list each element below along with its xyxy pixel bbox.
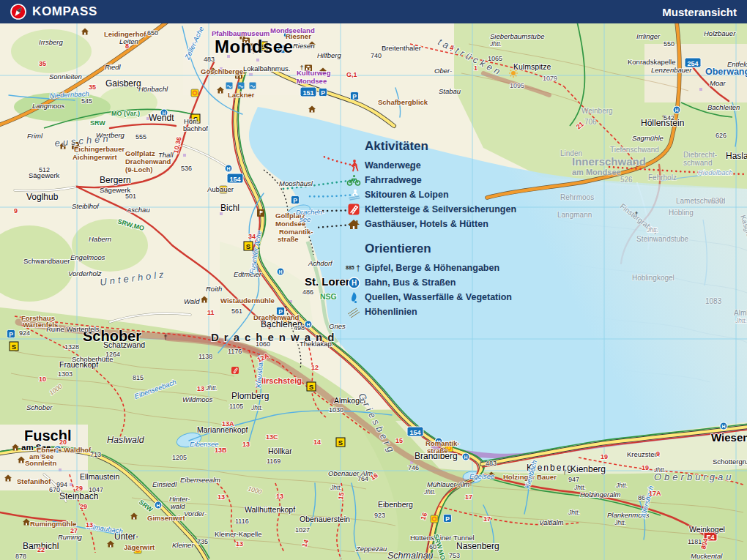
legend-item-label: Skitouren & Loipen xyxy=(365,190,449,200)
map-label: 29 xyxy=(75,485,83,492)
map-label: 512 xyxy=(39,166,50,173)
hut-icon xyxy=(343,218,365,230)
map-label: Rehrmoos xyxy=(560,193,594,201)
legend-item-quellen: Quellen, Wasserfälle & Vegetation xyxy=(343,290,516,305)
watersport-icon xyxy=(250,83,256,89)
map-label: Höblingkogel xyxy=(632,274,674,282)
map-label: 1138 xyxy=(198,353,212,360)
church-cross: † xyxy=(163,334,167,341)
sbahn-badge-text: S xyxy=(309,383,313,391)
parking-badge-text: P xyxy=(9,331,13,338)
bus-stop-badge-text: H xyxy=(278,269,282,275)
map-legend: Aktivitäten Wanderwege Fahrradwege xyxy=(343,139,516,319)
map-label: 924 xyxy=(19,329,30,337)
map-label: 706 xyxy=(584,118,597,126)
map-label: Fehrholz xyxy=(648,173,677,182)
map-label: Golfplatz xyxy=(125,149,155,157)
map-label: Kleiner-Kapelle xyxy=(215,530,261,538)
map-label: Kienberg xyxy=(571,464,606,474)
map-label: 626 xyxy=(716,132,726,139)
brand: KOMPASS xyxy=(10,4,97,20)
map-label: Wildmoos xyxy=(182,395,213,403)
map-label: Aschau xyxy=(126,206,150,214)
map-label: 4 xyxy=(450,44,453,51)
map-label: 17A xyxy=(649,490,661,497)
map-label: Konradskapelle xyxy=(628,58,676,66)
map-label: 753 xyxy=(449,552,460,559)
bus-stop-badge: H xyxy=(225,165,232,172)
map-label: Achdorf xyxy=(308,259,333,267)
map-label: Jhtt. xyxy=(735,317,747,324)
parking-badge: P xyxy=(7,330,15,338)
map-label: Entfelden xyxy=(727,60,747,68)
map-label: 735 xyxy=(197,538,208,545)
map-label: 650 xyxy=(147,29,158,37)
parking-badge-text: P xyxy=(352,93,357,100)
map-label: 746 xyxy=(408,464,419,471)
map-label: Valtlalm xyxy=(539,518,564,526)
map-label: Riesen xyxy=(293,42,315,50)
map-label: Lackner xyxy=(228,91,255,99)
viewpoint-icon xyxy=(431,515,438,523)
map-label: 630 xyxy=(711,197,724,205)
map-label: Steinwandstube xyxy=(636,235,689,243)
map-label: 14 xyxy=(313,438,321,446)
map-label: 15 xyxy=(395,437,403,444)
map-label: Jhtt. xyxy=(205,384,218,392)
legend-item-fahrradwege: Fahrradwege xyxy=(343,173,516,187)
svg-text:H: H xyxy=(351,279,356,287)
map-label: 13 xyxy=(236,540,243,548)
map-label: 764 xyxy=(357,475,368,482)
map-label: Vorder- xyxy=(184,509,207,518)
map-label: 10 xyxy=(39,376,46,383)
bus-stop-badge: H xyxy=(305,321,312,328)
map-label: Bichl xyxy=(220,203,239,213)
sbahn-badge: S xyxy=(10,342,18,351)
map-label: Wiesenau xyxy=(711,431,747,444)
bus-stop-badge-text: H xyxy=(226,166,230,171)
map-label: bachhof xyxy=(183,124,208,132)
map-label: Schatzwand xyxy=(103,340,145,349)
legend-item-gasthaeuser: Gasthäuser, Hotels & Hütten xyxy=(343,217,516,231)
map-label: 1095 xyxy=(510,82,524,89)
map-label: NSG xyxy=(320,292,337,301)
map-label: Mühlauer Alm xyxy=(427,480,469,488)
map-label: Wartenfels xyxy=(23,321,58,329)
map-label: 1328 xyxy=(64,343,79,351)
map-label: Wendt xyxy=(149,113,174,123)
contour-icon xyxy=(343,306,365,318)
map-label: Jhtt. xyxy=(646,226,658,234)
legend-item-label: Klettersteige & Seilversicherungen xyxy=(365,204,516,214)
bus-stop-badge: H xyxy=(277,268,284,275)
map-label: Sonnleitn xyxy=(25,459,56,467)
legend-item-skitouren: Skitouren & Loipen xyxy=(343,187,516,202)
map-label: 1169 xyxy=(267,458,280,465)
road-badge: 151 xyxy=(300,87,316,97)
watersport-bg xyxy=(238,83,245,89)
map-label: Langmann xyxy=(557,211,592,219)
map-label: Einsiedl xyxy=(152,480,177,488)
bus-stop-badge-text: H xyxy=(674,108,678,113)
map-label: Engelmoos xyxy=(70,253,105,261)
map-label: 923 xyxy=(374,512,385,519)
map-label: Almbergstube xyxy=(734,309,747,317)
map-label: Schottergrube xyxy=(713,458,747,466)
legend-item-gipfel: 885 † Gipfel, Berge & Höhenangaben xyxy=(343,261,516,275)
bus-stop-badge: H xyxy=(673,106,680,113)
road-badge-text: 154 xyxy=(409,429,420,436)
map-label: Jhtt. xyxy=(615,482,628,489)
bus-stop-icon: H xyxy=(343,277,365,289)
map-label: Holzingeralm xyxy=(580,490,621,499)
map-label: Steiblhof xyxy=(72,202,100,210)
hut-door xyxy=(15,449,16,451)
map-label: (9-Loch) xyxy=(125,165,152,173)
map-label: Pfahlbaumuseum xyxy=(212,29,270,37)
map-label: Zeppezau xyxy=(355,545,387,553)
map-label: Jhtt. xyxy=(330,484,342,491)
map-label: 1079 xyxy=(543,75,557,82)
map-label: 1047 xyxy=(89,486,103,493)
legend-item-label: Bahn, Bus & Straßen xyxy=(365,277,456,288)
map-label: Sieberbaumstube xyxy=(490,32,544,40)
map-label: 1 xyxy=(474,64,477,72)
map-label: Stefanihof xyxy=(17,477,51,485)
